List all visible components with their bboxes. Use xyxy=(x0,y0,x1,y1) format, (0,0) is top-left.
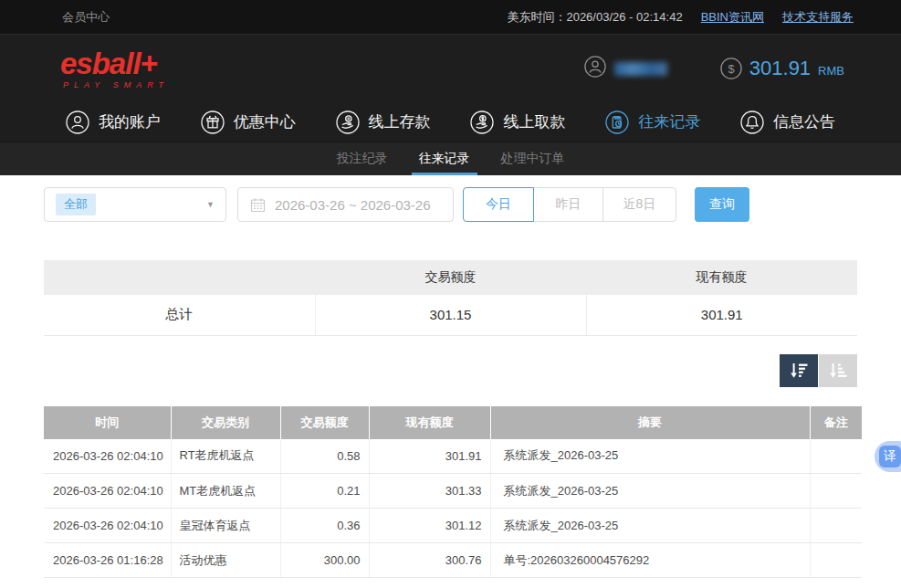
nav-my-account[interactable]: 我的账户 xyxy=(66,110,161,134)
top-bar: 会员中心 美东时间：2026/03/26 - 02:14:42 BBIN资讯网 … xyxy=(0,0,901,35)
cell-summary: 系统派发_2026-03-25 xyxy=(490,509,810,543)
cell-summary: 系统派发_2026-03-25 xyxy=(490,474,810,509)
nav-promotions[interactable]: 优惠中心 xyxy=(201,110,296,134)
cell-type: 皇冠体育返点 xyxy=(171,509,280,543)
nav-label: 线上存款 xyxy=(369,111,431,132)
tab-label: 处理中订单 xyxy=(501,151,565,167)
svg-text:$: $ xyxy=(728,62,734,76)
cell-time: 2026-03-26 02:04:10 xyxy=(44,474,171,509)
sort-descending-icon xyxy=(789,361,809,381)
nav-announcements[interactable]: 信息公告 xyxy=(740,110,835,134)
calendar-icon xyxy=(250,197,266,213)
wallet-balance[interactable]: $ 301.91 RMB xyxy=(720,57,844,80)
main-nav: 我的账户 优惠中心 线上存款 线上取款 xyxy=(0,102,901,142)
cell-amount: 0.21 xyxy=(280,474,369,509)
tech-support-link[interactable]: 技术支持服务 xyxy=(782,9,854,26)
sort-descending-button[interactable] xyxy=(780,354,818,387)
cell-amount: 0.58 xyxy=(280,439,369,474)
quick-date-group: 今日 昨日 近8日 xyxy=(463,187,676,222)
nav-deposit[interactable]: 线上存款 xyxy=(336,110,431,134)
cell-balance: 301.33 xyxy=(369,474,490,509)
search-button[interactable]: 查询 xyxy=(695,187,749,222)
last-8-days-button[interactable]: 近8日 xyxy=(602,187,676,222)
cell-note xyxy=(810,509,862,543)
cell-summary: 系统派发_2026-03-25 xyxy=(490,439,810,474)
sub-nav: 投注纪录 往来记录 处理中订单 xyxy=(0,142,901,175)
cell-type: RT老虎机返点 xyxy=(171,439,280,474)
cell-time: 2026-03-26 02:04:10 xyxy=(44,509,171,543)
username-blurred xyxy=(614,62,667,76)
deposit-icon xyxy=(336,110,360,134)
tab-transaction-records[interactable]: 往来记录 xyxy=(419,142,470,175)
yesterday-button[interactable]: 昨日 xyxy=(533,187,603,222)
transactions-table: 时间 交易类别 交易额度 现有额度 摘要 备注 2026-03-26 02:04… xyxy=(44,406,862,579)
cell-time: 2026-03-26 01:16:28 xyxy=(44,543,171,578)
cell-type: 活动优惠 xyxy=(171,543,280,578)
content-area: 全部 ▼ 2026-03-26 ~ 2026-03-26 今日 昨日 近8 xyxy=(0,175,901,578)
cell-amount: 300.00 xyxy=(280,543,369,578)
gift-icon xyxy=(201,110,225,134)
summary-table: 交易额度 现有额度 总计 301.15 301.91 xyxy=(44,260,857,336)
cell-summary: 单号:202603260004576292 xyxy=(490,543,810,578)
esball-logo[interactable]: esball+ PLAY SMART xyxy=(60,48,169,89)
logo-text: esball+ xyxy=(60,48,169,79)
header-summary: 摘要 xyxy=(490,406,810,439)
nav-label: 线上取款 xyxy=(503,111,565,132)
user-icon xyxy=(66,110,89,134)
sort-ascending-button[interactable] xyxy=(819,354,857,387)
cell-balance: 300.76 xyxy=(369,543,490,578)
tab-processing-orders[interactable]: 处理中订单 xyxy=(501,142,565,175)
cell-type: MT老虎机返点 xyxy=(171,474,280,509)
translate-widget: 译 xyxy=(875,441,901,472)
cell-balance: 301.12 xyxy=(369,509,490,543)
button-label: 昨日 xyxy=(556,196,581,213)
type-selected-chip: 全部 xyxy=(56,194,96,215)
transactions-body: 2026-03-26 02:04:10RT老虎机返点0.58301.91系统派发… xyxy=(44,439,862,578)
today-button[interactable]: 今日 xyxy=(463,187,534,222)
cell-note xyxy=(810,474,862,509)
dollar-icon: $ xyxy=(720,58,742,79)
transactions-header-row: 时间 交易类别 交易额度 现有额度 摘要 备注 xyxy=(44,406,862,439)
summary-header-balance: 现有额度 xyxy=(586,260,857,295)
user-account[interactable] xyxy=(584,56,667,81)
table-row: 2026-03-26 02:04:10RT老虎机返点0.58301.91系统派发… xyxy=(44,439,862,474)
records-icon xyxy=(605,110,629,134)
nav-label: 优惠中心 xyxy=(234,111,296,132)
withdraw-icon xyxy=(470,110,494,134)
sort-controls xyxy=(44,354,857,387)
type-select[interactable]: 全部 ▼ xyxy=(44,187,226,222)
balance-currency: RMB xyxy=(818,64,844,78)
logo-slogan: PLAY SMART xyxy=(63,81,169,89)
chevron-down-icon: ▼ xyxy=(206,200,215,209)
table-row: 2026-03-26 01:16:28活动优惠300.00300.76单号:20… xyxy=(44,543,862,578)
nav-label: 我的账户 xyxy=(99,111,161,132)
avatar-icon xyxy=(584,56,606,81)
balance-amount: 301.91 xyxy=(749,57,811,80)
bbin-news-link[interactable]: BBIN资讯网 xyxy=(701,9,764,26)
site-header: esball+ PLAY SMART $ 301.91 RMB xyxy=(0,35,901,102)
button-label: 近8日 xyxy=(623,196,656,213)
bell-icon xyxy=(740,110,764,134)
translate-button[interactable]: 译 xyxy=(879,446,901,467)
server-time: 美东时间：2026/03/26 - 02:14:42 xyxy=(507,9,682,26)
nav-label: 往来记录 xyxy=(638,111,700,132)
summary-total-label: 总计 xyxy=(44,295,315,335)
cell-time: 2026-03-26 02:04:10 xyxy=(44,439,171,474)
summary-transaction-total: 301.15 xyxy=(315,295,586,335)
nav-records[interactable]: 往来记录 xyxy=(605,110,700,134)
sort-ascending-icon xyxy=(828,361,848,381)
tab-bet-records[interactable]: 投注纪录 xyxy=(337,142,388,175)
cell-amount: 0.36 xyxy=(280,509,369,543)
button-label: 今日 xyxy=(486,196,511,213)
nav-withdraw[interactable]: 线上取款 xyxy=(470,110,565,134)
summary-row: 总计 301.15 301.91 xyxy=(44,295,857,335)
tab-label: 投注纪录 xyxy=(337,151,388,167)
date-range-input[interactable]: 2026-03-26 ~ 2026-03-26 xyxy=(237,187,454,222)
table-row: 2026-03-26 02:04:10皇冠体育返点0.36301.12系统派发_… xyxy=(44,509,862,543)
summary-header-transaction: 交易额度 xyxy=(315,260,586,295)
tab-label: 往来记录 xyxy=(419,151,470,167)
header-type: 交易类别 xyxy=(171,406,280,439)
filter-row: 全部 ▼ 2026-03-26 ~ 2026-03-26 今日 昨日 近8 xyxy=(44,187,857,222)
cell-note xyxy=(810,543,862,578)
cell-note xyxy=(810,439,862,474)
